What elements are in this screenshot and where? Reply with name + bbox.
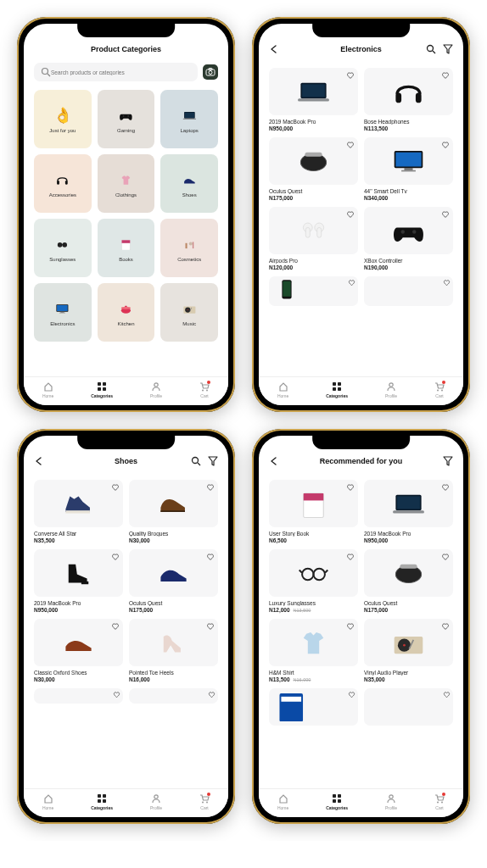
category-kitchen[interactable]: Kitchen — [98, 283, 155, 342]
product-card[interactable]: H&M Shirt N13,500N16,000 — [269, 619, 358, 682]
product-price: N120,000 — [269, 264, 293, 270]
nav-profile[interactable]: Profile — [385, 381, 397, 398]
camera-button[interactable] — [203, 64, 218, 80]
heart-icon[interactable] — [111, 553, 120, 561]
product-card[interactable]: Classic Oxford Shoes N30,000 — [34, 619, 123, 682]
heart-icon[interactable] — [113, 691, 120, 698]
heart-icon[interactable] — [441, 622, 450, 631]
nav-cart[interactable]: Cart — [434, 381, 445, 398]
category-electronics[interactable]: Electronics — [34, 283, 92, 342]
nav-cart[interactable]: Cart — [199, 381, 210, 398]
heart-icon[interactable] — [206, 553, 215, 561]
nav-cart[interactable]: Cart — [199, 793, 210, 810]
product-card[interactable]: Bose Headphones N113,500 — [364, 68, 453, 131]
product-card[interactable]: Oculus Quest N175,000 — [129, 549, 218, 613]
sunglasses-icon — [51, 234, 75, 254]
category-gaming[interactable]: Gaming — [98, 90, 155, 148]
heart-icon[interactable] — [441, 553, 450, 561]
category-clothings[interactable]: Clothings — [98, 154, 155, 213]
product-card[interactable]: Luxury Sunglasses N12,000N13,500 — [269, 549, 358, 613]
product-image[interactable] — [129, 688, 218, 704]
heart-icon[interactable] — [441, 141, 450, 149]
nav-categories[interactable]: Categories — [326, 793, 348, 810]
bottom-nav: Home Categories Profile Cart — [259, 376, 463, 405]
product-name: Pointed Toe Heels — [129, 670, 218, 676]
product-card[interactable]: Oculus Quest N175,000 — [364, 549, 453, 613]
product-price: N950,000 — [364, 537, 388, 543]
product-card[interactable]: 2019 MacBook Pro N950,000 — [34, 549, 123, 613]
product-image[interactable] — [34, 688, 123, 704]
product-card[interactable]: Airpods Pro N120,000 — [269, 207, 358, 270]
heart-icon[interactable] — [348, 691, 355, 698]
grid-icon — [97, 381, 107, 392]
nav-profile[interactable]: Profile — [150, 381, 162, 398]
category-just-for-you[interactable]: 👌 Just for you — [34, 90, 92, 148]
heart-icon[interactable] — [346, 553, 355, 561]
product-image[interactable] — [364, 688, 453, 726]
nav-profile[interactable]: Profile — [385, 793, 397, 810]
category-books[interactable]: Books — [98, 219, 155, 277]
heart-icon[interactable] — [346, 210, 355, 219]
product-card[interactable]: 2019 MacBook Pro N950,000 — [269, 68, 358, 131]
search-bar[interactable] — [34, 63, 198, 81]
category-sunglasses[interactable]: Sunglasses — [34, 219, 92, 277]
category-laptops[interactable]: Laptops — [160, 90, 218, 148]
nav-profile[interactable]: Profile — [150, 793, 162, 810]
heart-icon[interactable] — [111, 483, 120, 492]
filter-icon[interactable] — [443, 44, 453, 54]
search-input[interactable] — [51, 70, 191, 75]
heart-icon[interactable] — [443, 691, 451, 698]
product-card[interactable]: XBox Controller N190,000 — [364, 207, 453, 270]
nav-categories[interactable]: Categories — [91, 381, 113, 398]
nav-categories[interactable]: Categories — [326, 381, 348, 398]
heart-icon[interactable] — [441, 71, 450, 80]
product-image[interactable] — [269, 276, 358, 306]
heart-icon[interactable] — [441, 483, 450, 492]
product-image[interactable] — [364, 276, 453, 306]
category-shoes[interactable]: Shoes — [160, 154, 218, 213]
product-name: 2019 MacBook Pro — [364, 531, 453, 537]
product-card[interactable]: Quality Brogues N30,000 — [129, 480, 218, 543]
product-card[interactable]: Oculus Quest N175,000 — [269, 137, 358, 201]
nav-home[interactable]: Home — [277, 381, 288, 398]
product-name: Oculus Quest — [129, 600, 218, 606]
back-button[interactable] — [34, 456, 44, 466]
product-image[interactable] — [269, 688, 358, 726]
product-card[interactable]: Vinyl Audio Player N35,000 — [364, 619, 453, 682]
nav-home[interactable]: Home — [277, 793, 288, 810]
product-card[interactable]: 2019 MacBook Pro N950,000 — [364, 480, 453, 543]
user-icon — [386, 381, 396, 392]
category-cosmetics[interactable]: Cosmetics — [160, 219, 218, 277]
filter-icon[interactable] — [443, 456, 453, 466]
heart-icon[interactable] — [443, 279, 451, 287]
heart-icon[interactable] — [346, 71, 355, 80]
heart-icon[interactable] — [111, 622, 120, 631]
back-button[interactable] — [269, 456, 279, 466]
product-card[interactable]: Converse All Star N35,500 — [34, 480, 123, 543]
search-icon[interactable] — [191, 456, 201, 466]
nav-label: Categories — [326, 393, 348, 398]
heart-icon[interactable] — [208, 691, 216, 698]
heart-icon[interactable] — [346, 141, 355, 149]
heart-icon[interactable] — [206, 483, 215, 492]
cart-badge — [442, 381, 445, 384]
nav-cart[interactable]: Cart — [434, 793, 445, 810]
nav-home[interactable]: Home — [42, 381, 53, 398]
heart-icon[interactable] — [348, 279, 355, 287]
nav-home[interactable]: Home — [42, 793, 53, 810]
back-button[interactable] — [269, 44, 279, 54]
heart-icon[interactable] — [346, 622, 355, 631]
search-icon[interactable] — [426, 44, 436, 54]
heart-icon[interactable] — [206, 622, 215, 631]
product-card[interactable]: User Story Book N6,500 — [269, 480, 358, 543]
category-accessories[interactable]: Accessories — [34, 154, 92, 213]
vinyl-icon — [177, 298, 201, 319]
product-price: N175,000 — [269, 195, 293, 201]
product-card[interactable]: Pointed Toe Heels N16,000 — [129, 619, 218, 682]
heart-icon[interactable] — [441, 210, 450, 219]
nav-categories[interactable]: Categories — [91, 793, 113, 810]
category-music[interactable]: Music — [160, 283, 218, 342]
heart-icon[interactable] — [346, 483, 355, 492]
product-card[interactable]: 44'' Smart Dell Tv N340,000 — [364, 137, 453, 201]
filter-icon[interactable] — [208, 456, 218, 466]
